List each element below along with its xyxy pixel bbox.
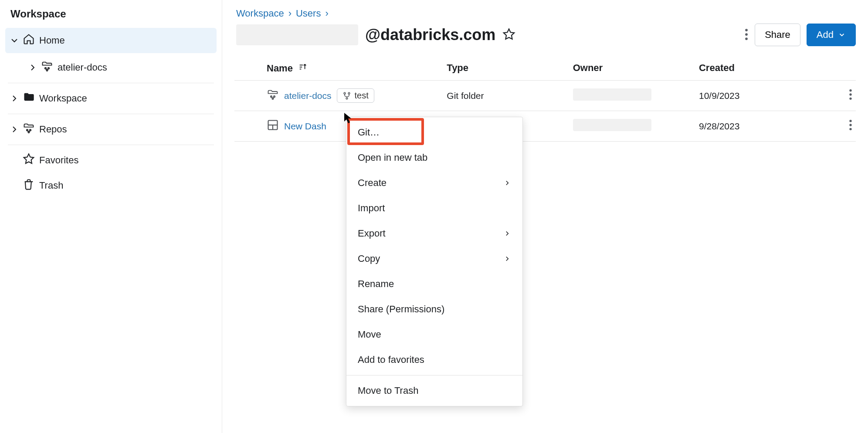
home-icon (23, 33, 35, 48)
git-folder-icon (41, 60, 53, 75)
sidebar-item-label: Repos (39, 124, 67, 135)
svg-point-6 (745, 29, 748, 31)
menu-item-share[interactable]: Share (Permissions) (346, 297, 522, 322)
chevron-right-icon (503, 255, 511, 263)
branch-icon (342, 91, 351, 100)
sidebar-item-label: Home (39, 35, 65, 46)
dashboard-icon (267, 119, 279, 133)
breadcrumb-sep-icon: › (288, 8, 292, 19)
divider (8, 83, 214, 83)
cell-owner (568, 81, 694, 111)
menu-item-favorites[interactable]: Add to favorites (346, 347, 522, 372)
git-folder-icon (267, 88, 279, 103)
folder-icon (23, 91, 35, 106)
menu-item-copy[interactable]: Copy (346, 246, 522, 271)
svg-point-17 (346, 98, 348, 99)
star-icon (23, 153, 35, 168)
svg-point-26 (849, 128, 851, 130)
sidebar-item-favorites[interactable]: Favorites (0, 148, 222, 173)
svg-point-7 (745, 33, 748, 36)
add-button[interactable]: Add (807, 24, 856, 46)
file-name-link[interactable]: atelier-docs (284, 91, 332, 101)
column-header-type[interactable]: Type (441, 56, 567, 81)
breadcrumb: Workspace › Users › (234, 0, 856, 22)
star-outline-icon[interactable] (502, 28, 515, 42)
page-title: @databricks.com (365, 26, 495, 44)
breadcrumb-sep-icon: › (325, 8, 328, 19)
sidebar-item-label: Favorites (39, 155, 78, 166)
column-header-created[interactable]: Created (694, 56, 829, 81)
sidebar-title: Workspace (0, 8, 222, 28)
divider (8, 114, 214, 114)
chevron-down-icon (838, 31, 846, 39)
breadcrumb-workspace[interactable]: Workspace (236, 8, 284, 19)
menu-item-import[interactable]: Import (346, 196, 522, 221)
menu-item-git[interactable]: Git… (346, 120, 522, 145)
sidebar-item-trash[interactable]: Trash (0, 173, 222, 198)
sidebar-item-label: atelier-docs (58, 62, 107, 73)
table-row[interactable]: atelier-docs test Git folder 10/9/2023 (234, 81, 856, 111)
sidebar-item-home[interactable]: Home (5, 28, 217, 53)
chevron-right-icon (10, 93, 18, 104)
svg-point-20 (849, 98, 851, 100)
svg-point-25 (849, 124, 851, 126)
menu-item-move[interactable]: Move (346, 322, 522, 347)
svg-point-8 (745, 37, 748, 40)
cell-type: Git folder (441, 81, 567, 111)
menu-item-rename[interactable]: Rename (346, 271, 522, 297)
sidebar-item-label: Workspace (39, 93, 87, 104)
chevron-right-icon (503, 179, 511, 187)
menu-item-export[interactable]: Export (346, 221, 522, 246)
sidebar: Workspace Home atelier-docs (0, 0, 222, 433)
chevron-right-icon (29, 62, 37, 73)
sidebar-item-workspace[interactable]: Workspace (0, 86, 222, 111)
svg-point-15 (344, 92, 346, 94)
sort-asc-icon (298, 62, 308, 71)
chevron-down-icon (10, 35, 18, 46)
column-header-owner[interactable]: Owner (568, 56, 694, 81)
owner-redacted (573, 88, 651, 101)
trash-icon (23, 178, 35, 193)
svg-point-24 (849, 120, 851, 122)
menu-divider (346, 375, 522, 375)
branch-label: test (355, 91, 369, 101)
cell-created: 10/9/2023 (694, 81, 829, 111)
column-header-actions (829, 56, 856, 81)
breadcrumb-users[interactable]: Users (296, 8, 321, 19)
git-branch-tag[interactable]: test (337, 88, 374, 103)
menu-item-create[interactable]: Create (346, 170, 522, 196)
svg-point-16 (348, 92, 350, 94)
kebab-menu-icon[interactable] (744, 28, 749, 42)
divider (8, 145, 214, 145)
user-prefix-redacted (236, 24, 358, 45)
file-table: Name Type Owner Created (234, 56, 856, 142)
share-button[interactable]: Share (755, 24, 800, 46)
row-kebab-menu[interactable] (829, 81, 856, 111)
table-row[interactable]: New Dash Dashbo… 9/28/2023 (234, 111, 856, 142)
header: @databricks.com Share Add (234, 22, 856, 56)
git-folder-icon (23, 122, 35, 137)
sidebar-item-label: Trash (39, 180, 63, 191)
column-header-name[interactable]: Name (234, 56, 441, 81)
svg-point-19 (849, 93, 851, 95)
cell-created: 9/28/2023 (694, 111, 829, 142)
cell-owner (568, 111, 694, 142)
menu-item-open-tab[interactable]: Open in new tab (346, 145, 522, 170)
file-name-link[interactable]: New Dash (284, 121, 326, 132)
owner-redacted (573, 119, 651, 131)
main: Workspace › Users › @databricks.com Shar… (222, 0, 868, 433)
chevron-right-icon (10, 124, 18, 135)
sidebar-item-atelier-docs[interactable]: atelier-docs (0, 55, 222, 80)
sidebar-item-repos[interactable]: Repos (0, 117, 222, 142)
row-kebab-menu[interactable] (829, 111, 856, 142)
chevron-right-icon (503, 230, 511, 237)
menu-item-trash[interactable]: Move to Trash (346, 378, 522, 403)
svg-point-18 (849, 89, 851, 91)
context-menu: Git… Open in new tab Create Import Expor… (346, 117, 523, 406)
